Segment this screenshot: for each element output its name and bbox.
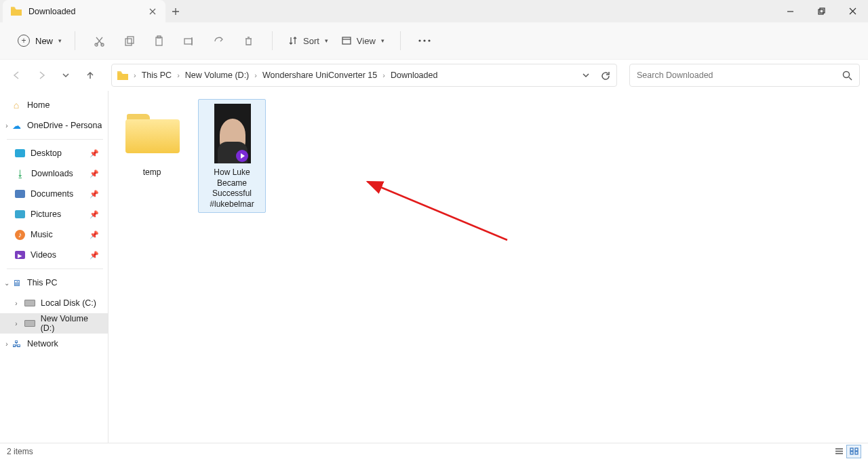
chevron-down-icon[interactable] <box>582 71 590 79</box>
items-view: temp How Luke Became Successful #lukebel… <box>118 99 859 213</box>
paste-button[interactable] <box>144 35 174 47</box>
sidebar-item-music[interactable]: ♪Music📌 <box>0 224 108 245</box>
file-item-video[interactable]: How Luke Became Successful #lukebelmar <box>198 99 266 213</box>
pictures-icon <box>15 210 25 218</box>
folder-item-temp[interactable]: temp <box>118 99 186 182</box>
pin-icon: 📌 <box>90 190 103 199</box>
forward-button[interactable] <box>33 66 50 84</box>
sidebar-item-local-disk-c[interactable]: › Local Disk (C:) <box>0 293 108 313</box>
navigation-row: › This PC › New Volume (D:) › Wondershar… <box>0 60 868 91</box>
chevron-right-icon[interactable]: › <box>382 71 385 79</box>
breadcrumb-item[interactable]: This PC <box>142 71 172 80</box>
disk-icon <box>24 320 35 327</box>
separator <box>7 139 103 140</box>
close-tab-icon[interactable] <box>148 7 157 16</box>
item-caption: How Luke Became Successful #lukebelmar <box>201 167 262 209</box>
sidebar-item-pictures[interactable]: Pictures📌 <box>0 204 108 224</box>
view-icon <box>342 36 351 45</box>
copy-button[interactable] <box>114 35 144 47</box>
close-button[interactable] <box>837 0 868 22</box>
maximize-button[interactable] <box>806 0 837 22</box>
svg-rect-9 <box>342 37 351 44</box>
breadcrumb-item[interactable]: New Volume (D:) <box>185 71 249 80</box>
share-button[interactable] <box>203 35 233 47</box>
search-box[interactable] <box>629 64 860 87</box>
new-tab-button[interactable] <box>165 0 186 22</box>
chevron-right-icon[interactable]: › <box>3 122 11 129</box>
chevron-down-icon: ▾ <box>58 37 62 44</box>
network-icon: 🖧 <box>11 338 22 349</box>
search-input[interactable] <box>637 71 842 80</box>
sort-icon <box>288 36 298 45</box>
home-icon: ⌂ <box>11 100 22 111</box>
back-button[interactable] <box>8 66 26 84</box>
desktop-icon <box>15 149 25 157</box>
chevron-right-icon[interactable]: › <box>254 71 257 79</box>
svg-rect-15 <box>850 448 853 451</box>
tab-strip: Downloaded <box>0 0 186 22</box>
pin-icon: 📌 <box>90 169 103 178</box>
window-controls <box>774 0 868 22</box>
sidebar-label: Home <box>27 100 50 110</box>
play-icon <box>236 150 248 162</box>
recent-locations-button[interactable] <box>57 66 75 84</box>
minimize-button[interactable] <box>774 0 806 22</box>
video-thumbnail <box>201 102 264 165</box>
sidebar-item-network[interactable]: › 🖧 Network <box>0 334 108 354</box>
onedrive-icon: ☁ <box>11 120 22 131</box>
svg-rect-6 <box>156 37 162 45</box>
chevron-right-icon[interactable]: › <box>177 71 180 79</box>
chevron-right-icon[interactable]: › <box>12 320 20 327</box>
new-button[interactable]: + New ▾ <box>14 32 66 49</box>
tab-downloaded[interactable]: Downloaded <box>3 0 165 22</box>
breadcrumb-item[interactable]: Wondershare UniConverter 15 <box>262 71 377 80</box>
tab-title: Downloaded <box>28 7 148 16</box>
music-icon: ♪ <box>15 230 25 240</box>
sort-label: Sort <box>303 36 319 46</box>
breadcrumb-item[interactable]: Downloaded <box>391 71 438 80</box>
pin-icon: 📌 <box>90 251 103 260</box>
up-button[interactable] <box>81 66 99 84</box>
svg-rect-18 <box>855 452 858 454</box>
chevron-down-icon: ▾ <box>325 37 328 44</box>
thumbnails-view-toggle[interactable] <box>846 445 861 458</box>
view-button[interactable]: View ▾ <box>335 36 391 46</box>
svg-rect-17 <box>850 452 853 454</box>
address-bar[interactable]: › This PC › New Volume (D:) › Wondershar… <box>111 64 617 87</box>
sidebar-item-this-pc[interactable]: ⌄ 🖥 This PC <box>0 273 108 293</box>
sidebar-label: OneDrive - Persona <box>27 121 102 130</box>
sidebar-item-documents[interactable]: Documents📌 <box>0 184 108 204</box>
chevron-right-icon[interactable]: › <box>3 340 11 348</box>
separator <box>7 268 103 269</box>
delete-button[interactable] <box>233 35 263 47</box>
status-text: 2 items <box>7 447 33 456</box>
sidebar-item-new-volume-d[interactable]: › New Volume (D:) <box>0 313 108 334</box>
title-bar: Downloaded <box>0 0 868 22</box>
sort-button[interactable]: Sort ▾ <box>281 36 335 46</box>
sidebar-item-onedrive[interactable]: › ☁ OneDrive - Persona <box>0 115 108 136</box>
videos-icon: ▸ <box>15 251 25 259</box>
svg-rect-16 <box>855 448 858 451</box>
sidebar-item-desktop[interactable]: Desktop📌 <box>0 143 108 163</box>
content-pane[interactable]: temp How Luke Became Successful #lukebel… <box>108 91 868 443</box>
new-label: New <box>35 36 53 46</box>
details-view-toggle[interactable] <box>831 445 846 458</box>
chevron-right-icon[interactable]: › <box>134 71 136 79</box>
folder-thumbnail <box>121 102 184 165</box>
rename-button[interactable] <box>174 35 203 47</box>
sidebar-item-downloads[interactable]: ⭳Downloads📌 <box>0 163 108 184</box>
cut-button[interactable] <box>84 35 114 47</box>
svg-rect-5 <box>127 37 134 43</box>
chevron-down-icon[interactable]: ⌄ <box>3 279 11 287</box>
sidebar-item-home[interactable]: ⌂ Home <box>0 95 108 115</box>
search-icon[interactable] <box>842 71 852 81</box>
download-icon: ⭳ <box>15 168 26 179</box>
disk-icon <box>24 300 35 306</box>
status-bar: 2 items <box>0 443 868 459</box>
more-button[interactable] <box>410 39 439 42</box>
chevron-right-icon[interactable]: › <box>12 300 20 307</box>
item-caption: temp <box>121 167 182 178</box>
svg-point-11 <box>423 39 425 41</box>
refresh-button[interactable] <box>601 71 611 81</box>
sidebar-item-videos[interactable]: ▸Videos📌 <box>0 245 108 265</box>
